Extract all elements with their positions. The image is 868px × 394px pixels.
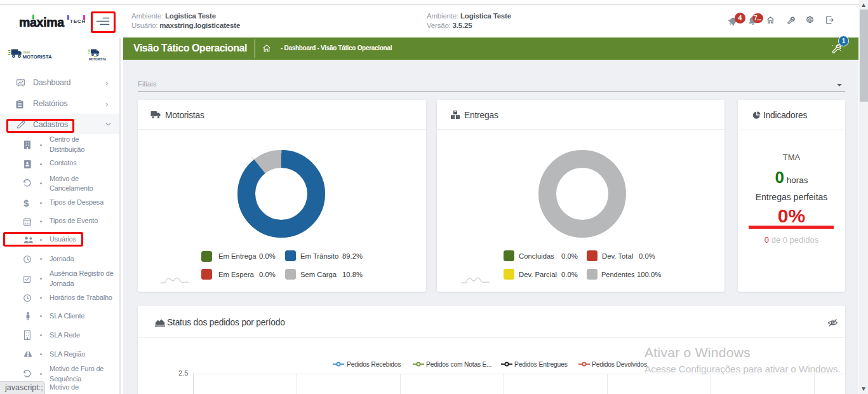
svg-text:MOTORISTA: MOTORISTA	[23, 54, 52, 60]
svg-text:MOTORISTA: MOTORISTA	[89, 58, 107, 61]
